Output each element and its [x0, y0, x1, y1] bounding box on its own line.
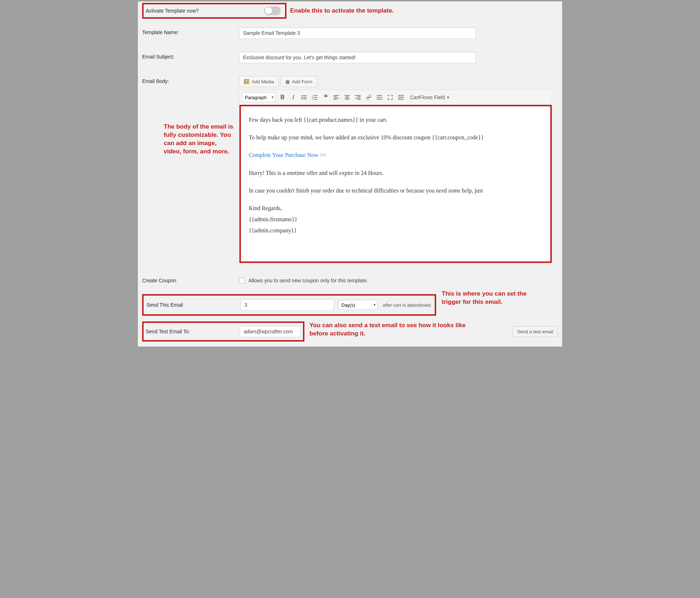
activate-toggle[interactable] [264, 6, 281, 15]
svg-text:3: 3 [312, 98, 313, 100]
body-line: In case you couldn't finish your order d… [249, 186, 542, 195]
bold-icon[interactable]: B [277, 92, 288, 102]
body-line: Few days back you left {{cart.product.na… [249, 115, 542, 125]
svg-rect-22 [355, 98, 361, 99]
align-center-icon[interactable] [342, 92, 353, 102]
italic-icon[interactable]: I [288, 92, 299, 102]
format-select[interactable]: Paragraph [242, 92, 276, 102]
add-form-button[interactable]: ▦ Add Form [281, 76, 317, 87]
template-name-input[interactable] [239, 27, 476, 39]
fullscreen-icon[interactable] [385, 92, 396, 102]
svg-rect-7 [314, 95, 318, 96]
svg-rect-29 [402, 95, 403, 96]
svg-rect-12 [334, 95, 339, 96]
body-line: Hurry! This is a onetime offer and will … [249, 168, 542, 178]
svg-rect-33 [398, 99, 400, 100]
template-name-label: Template Name: [142, 27, 239, 35]
read-more-icon[interactable] [374, 92, 385, 102]
add-media-button[interactable]: 🖼️ Add Media [239, 76, 279, 87]
link-icon[interactable] [363, 92, 374, 102]
svg-rect-31 [401, 97, 402, 98]
svg-rect-5 [303, 99, 307, 99]
svg-rect-20 [355, 95, 361, 96]
svg-rect-28 [401, 95, 402, 96]
svg-rect-30 [398, 97, 400, 98]
editor-toolbar: Paragraph B I 123 ❝ [239, 90, 552, 105]
body-sign: {{admin.firstname}} [249, 214, 542, 224]
email-subject-input[interactable] [239, 52, 476, 63]
email-body-annotation: The body of the email is fully customiza… [164, 123, 235, 156]
body-line: To help make up your mind, we have added… [249, 133, 542, 142]
activate-label: Activate Template now? [146, 8, 235, 14]
complete-purchase-link[interactable]: Complete Your Purchase Now >> [249, 152, 326, 158]
send-this-email-label: Send This Email [146, 302, 241, 308]
create-coupon-label: Create Coupon [142, 278, 239, 283]
svg-rect-24 [377, 95, 382, 96]
after-cart-text: after cart is abandoned. [383, 302, 432, 308]
chevron-down-icon: ▼ [446, 96, 450, 99]
send-test-email-annotation: You can also send a test email to see ho… [309, 321, 478, 342]
svg-point-4 [302, 98, 303, 99]
email-body-label: Email Body: [142, 76, 239, 84]
svg-rect-3 [303, 97, 307, 98]
email-subject-label: Email Subject: [142, 52, 239, 60]
cartflows-field-dropdown[interactable]: CartFlows Field▼ [410, 94, 450, 100]
svg-rect-34 [401, 99, 402, 100]
svg-rect-13 [334, 97, 337, 97]
toolbar-toggle-icon[interactable] [396, 92, 406, 102]
create-coupon-checkbox[interactable] [239, 278, 245, 283]
send-delay-input[interactable] [241, 299, 334, 311]
email-body-editor[interactable]: Few days back you left {{cart.product.na… [239, 105, 552, 263]
send-test-email-input[interactable] [240, 326, 301, 337]
send-delay-unit-select[interactable]: Day(s) [338, 300, 378, 310]
svg-rect-9 [314, 97, 318, 98]
svg-rect-27 [398, 95, 400, 96]
svg-point-2 [302, 97, 303, 98]
create-coupon-desc: Allows you to send new coupon only for t… [248, 278, 368, 283]
svg-rect-15 [334, 99, 337, 100]
svg-rect-19 [346, 99, 349, 100]
svg-rect-14 [334, 98, 339, 99]
svg-rect-35 [402, 99, 403, 100]
svg-rect-21 [358, 97, 361, 97]
svg-rect-25 [377, 97, 382, 98]
svg-rect-11 [314, 99, 318, 100]
align-right-icon[interactable] [353, 92, 363, 102]
send-test-email-label: Send Test Email To: [146, 329, 240, 334]
bullet-list-icon[interactable] [299, 92, 309, 102]
svg-rect-1 [303, 96, 307, 96]
media-icon: 🖼️ [244, 79, 249, 84]
svg-rect-16 [345, 95, 350, 96]
svg-point-0 [302, 95, 303, 96]
body-sign: Kind Regards, [249, 203, 542, 213]
align-left-icon[interactable] [331, 92, 342, 102]
svg-rect-32 [402, 97, 403, 98]
svg-rect-18 [345, 98, 350, 99]
send-test-email-button[interactable]: Send a test email [513, 326, 558, 337]
activate-annotation: Enable this to activate the template. [290, 7, 394, 15]
numbered-list-icon[interactable]: 123 [309, 92, 320, 102]
svg-rect-26 [377, 99, 382, 100]
blockquote-icon[interactable]: ❝ [320, 92, 331, 102]
body-sign: {{admin.company}} [249, 226, 542, 235]
svg-rect-17 [346, 97, 349, 97]
send-this-email-annotation: This is where you can set the trigger fo… [442, 290, 535, 316]
form-icon: ▦ [285, 79, 290, 84]
svg-rect-23 [358, 99, 361, 100]
